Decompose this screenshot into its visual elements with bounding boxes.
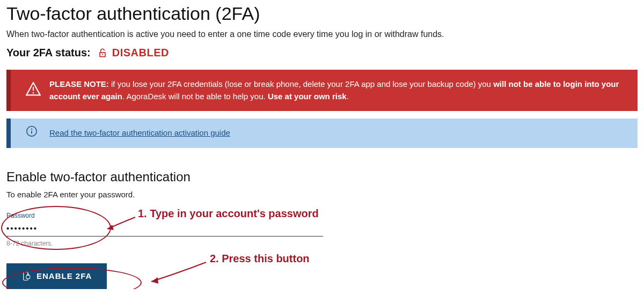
page-title: Two-factor authentication (2FA): [6, 3, 638, 24]
unlock-icon: [97, 47, 108, 59]
svg-rect-7: [26, 275, 30, 278]
svg-point-0: [102, 54, 103, 55]
status-row: Your 2FA status: DISABLED: [6, 47, 638, 59]
status-value: DISABLED: [97, 47, 169, 59]
annotation-step2: 2. Press this button: [210, 253, 310, 265]
info-icon: [26, 125, 38, 141]
enable-heading: Enable two-factor authentication: [6, 169, 638, 184]
guide-link[interactable]: Read the two-factor authentication activ…: [49, 128, 230, 137]
status-label: Your 2FA status:: [6, 47, 91, 59]
password-label: Password: [6, 212, 323, 219]
page-description: When two-factor authentication is active…: [6, 29, 638, 39]
annotation-arrow-2: [146, 261, 210, 285]
status-text: DISABLED: [112, 47, 169, 59]
password-helper: 8-72 characters.: [6, 240, 323, 247]
phone-lock-icon: [21, 271, 31, 282]
enable-instructions: To enable 2FA enter your password.: [6, 190, 638, 199]
svg-point-2: [33, 92, 34, 94]
svg-marker-9: [151, 277, 158, 284]
info-banner: Read the two-factor authentication activ…: [6, 119, 638, 148]
enable-button-label: ENABLE 2FA: [36, 271, 92, 280]
warning-banner: PLEASE NOTE: if you lose your 2FA creden…: [6, 70, 638, 111]
enable-2fa-button[interactable]: ENABLE 2FA: [6, 263, 107, 289]
svg-point-4: [31, 129, 32, 130]
warning-text: PLEASE NOTE: if you lose your 2FA creden…: [49, 79, 619, 101]
warning-icon: [26, 82, 41, 99]
password-input[interactable]: [6, 220, 323, 237]
